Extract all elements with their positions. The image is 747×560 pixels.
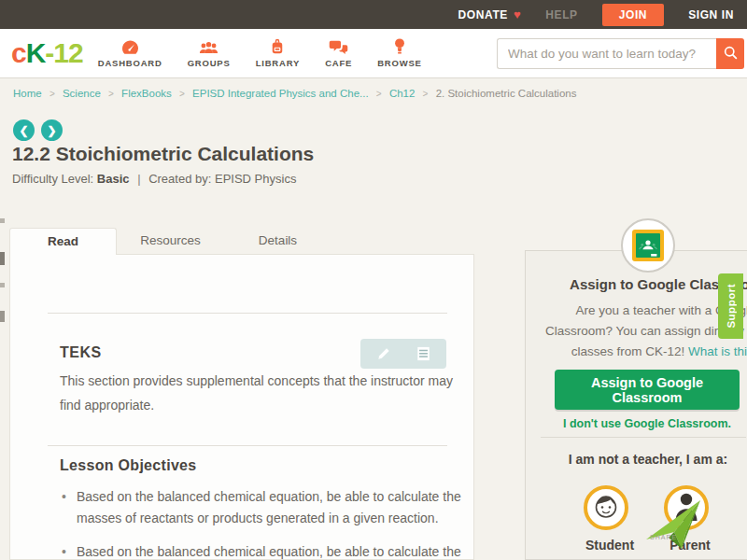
breadcrumb-separator: > [179,89,185,99]
help-link[interactable]: HELP [545,8,577,21]
support-tab[interactable]: Support [718,273,743,339]
nav-label: DASHBOARD [98,58,162,68]
nav-item-library[interactable]: LIBRARY [256,38,300,68]
classroom-description-text: classes from CK-12! [571,344,685,358]
classroom-description-line: Classroom? You can assign directly to yo… [526,321,747,342]
nav-item-browse[interactable]: BROWSE [377,38,422,68]
role-student-button[interactable] [584,485,628,530]
breadcrumb-link-chapter[interactable]: Ch12 [389,88,416,99]
difficulty-value: Basic [97,172,130,186]
breadcrumb-link-science[interactable]: Science [63,88,101,99]
breadcrumb-link-book[interactable]: EPISD Integrated Physics and Che... [192,88,369,99]
share-label: SHARE [650,534,677,540]
classroom-description: Are you a teacher with a Google Classroo… [526,301,747,362]
nav-label: LIBRARY [256,58,300,68]
no-classroom-link[interactable]: I don't use Google Classroom. [526,417,747,430]
not-teacher-label: I am not a teacher, I am a: [526,452,747,467]
student-face-icon [592,491,620,525]
google-classroom-icon [632,230,664,261]
heart-icon: ♥ [514,7,521,21]
logo-k: K [26,37,46,68]
nav-label: BROWSE [377,58,422,68]
classroom-description-line: Are you a teacher with a Google [526,301,747,321]
meta-separator: | [137,172,140,186]
main-navbar: cK-12 DASHBOARD GROUPS LIBRARY CAFE [0,29,747,78]
classroom-description-line: classes from CK-12! What is this? [526,342,747,362]
page-title: 12.2 Stoichiometric Calculations [12,143,314,165]
objectives-heading: Lesson Objectives [60,457,197,474]
join-button[interactable]: JOIN [602,4,664,26]
logo-12: -12 [45,37,82,68]
objective-item: Based on the balanced chemical equation,… [60,486,466,529]
objectives-list: Based on the balanced chemical equation,… [60,486,466,560]
objective-item: Based on the balanced chemical equation,… [60,541,466,560]
search-button[interactable] [716,38,744,69]
nav-item-groups[interactable]: GROUPS [188,38,231,68]
created-value: EPISD Physics [215,172,296,186]
paper-plane-icon [642,539,704,555]
nav-menu: DASHBOARD GROUPS LIBRARY CAFE BROWSE [98,38,447,68]
share-widget[interactable]: SHARE [642,498,715,556]
prev-lesson-button[interactable]: ❮ [13,119,35,141]
lesson-tabs: Read Resources Details [9,228,331,255]
tab-details[interactable]: Details [224,228,331,254]
dashboard-gauge-icon [121,38,139,55]
tab-resources[interactable]: Resources [117,228,224,254]
search-icon [724,46,738,63]
nav-label: GROUPS [188,58,231,68]
cafe-chat-icon [329,38,348,55]
nav-label: CAFE [325,58,352,68]
search-input[interactable] [497,38,716,69]
page-meta: Difficulty Level: Basic | Created by: EP… [12,172,296,186]
breadcrumb-link-flexbooks[interactable]: FlexBooks [121,88,172,99]
tab-read[interactable]: Read [9,228,117,255]
ck12-logo[interactable]: cK-12 [11,37,83,69]
nav-item-cafe[interactable]: CAFE [325,38,352,68]
support-tab-label: Support [726,284,737,329]
breadcrumb-separator: > [376,89,382,99]
divider [48,445,447,446]
what-is-this-link[interactable]: What is this? [688,344,747,358]
notes-document-icon[interactable] [407,341,439,367]
chevron-right-icon: ❯ [47,124,56,137]
edge-widget [0,218,5,223]
logo-c: c [11,37,26,68]
teks-heading: TEKS [60,344,102,361]
edge-widget [0,283,5,287]
breadcrumb-link-home[interactable]: Home [13,88,42,99]
created-label: Created by: [148,172,211,186]
classroom-heading: Assign to Google Classroom [526,276,747,292]
search-box [497,38,744,69]
google-classroom-badge [621,218,675,273]
groups-people-icon [199,38,218,55]
sign-in-link[interactable]: SIGN IN [688,8,734,21]
browse-lightbulb-icon [394,38,405,55]
breadcrumb-separator: > [423,89,429,99]
nav-item-dashboard[interactable]: DASHBOARD [98,38,162,68]
donate-label: DONATE [458,8,508,21]
breadcrumb-current: 2. Stoichiometric Calculations [436,88,577,99]
assign-classroom-button[interactable]: Assign to Google Classroom [555,370,740,410]
top-utility-bar: DONATE ♥ HELP JOIN SIGN IN [0,0,747,29]
edge-widget [0,311,5,322]
next-lesson-button[interactable]: ❯ [41,119,63,141]
breadcrumb-separator: > [108,89,114,99]
breadcrumb: Home > Science > FlexBooks > EPISD Integ… [13,88,576,99]
chevron-left-icon: ❮ [19,124,28,137]
divider [541,437,746,438]
library-backpack-icon [270,38,285,55]
difficulty-label: Difficulty Level: [12,172,93,186]
donate-link[interactable]: DONATE ♥ [458,7,522,21]
breadcrumb-separator: > [49,89,55,99]
teks-description: This section provides supplemental conce… [60,369,461,417]
read-content-panel: TEKS This section provides supplemental … [9,254,474,560]
edge-widget [0,252,5,265]
divider [48,313,447,314]
edit-pencil-icon[interactable] [368,341,400,367]
section-tools [360,339,446,369]
